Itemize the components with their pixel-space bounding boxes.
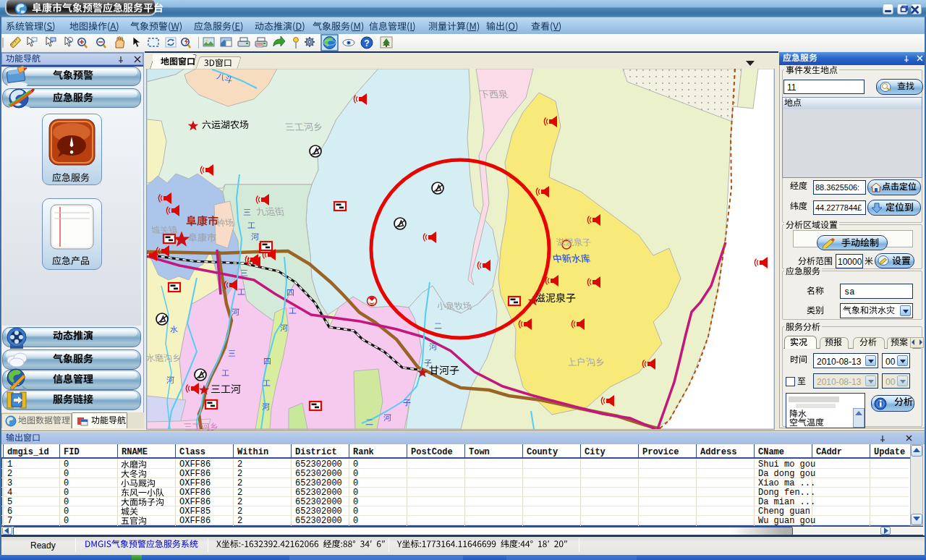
svg-text:?: ?: [364, 38, 369, 48]
